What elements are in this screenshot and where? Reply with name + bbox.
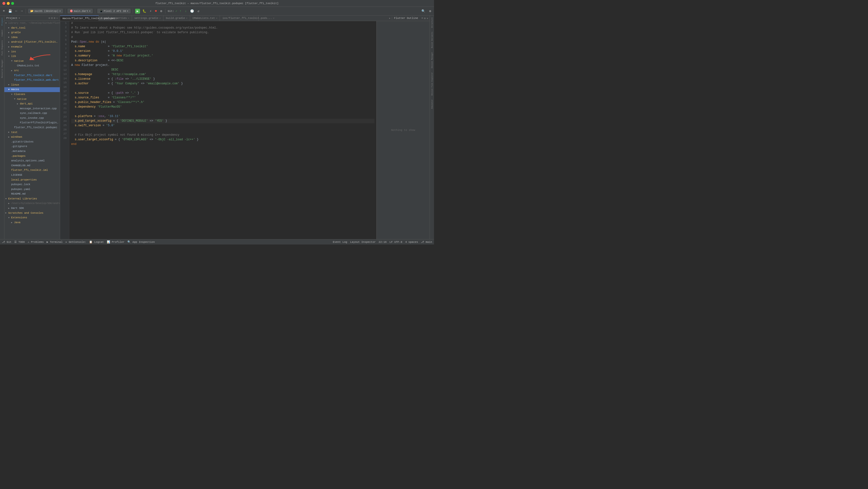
profile-button[interactable]: ⚡ [149,9,153,13]
tree-item[interactable]: ▶dart_api [4,102,60,106]
tree-item[interactable]: CMakeLists.txt [4,63,60,68]
save-icon[interactable]: 💾 [7,9,13,13]
app-inspection-status[interactable]: 🔍 App Inspection [127,240,155,243]
panel-settings-icon[interactable]: ⚙ [54,17,56,20]
tree-item[interactable]: ▼External Libraries [4,197,60,201]
tree-item[interactable]: LICENSE [4,173,60,178]
tree-item[interactable]: ▶gradle [4,30,60,35]
tree-item[interactable]: flutter_ffi_toolkit.podspec [4,125,60,130]
tree-item[interactable]: ▼flutter_ffi_toolkit library root, ~/Dev… [4,21,60,26]
tree-item[interactable]: ▼Classes [4,92,60,97]
pull-requests-icon[interactable]: Pull Requests [0,39,4,56]
tree-item[interactable]: .metadata [4,149,60,154]
todo-status[interactable]: ☰ TODO [14,240,25,243]
run-button[interactable]: ▶ [135,9,140,13]
outline-collapse-icon[interactable]: ≡ [422,17,423,20]
problems-status[interactable]: ⚠ Problems [28,240,43,243]
search-icon[interactable]: 🔍 [421,9,426,13]
tree-item[interactable]: ▶Java [4,220,60,225]
tree-item[interactable]: ▶src [4,68,60,73]
tree-item[interactable]: ▶Scratches and Consoles [4,211,60,215]
tree-item[interactable]: analysis_options.yaml [4,159,60,163]
commit-side-icon[interactable]: Commit [0,29,4,37]
git-status[interactable]: ⎇ Git [2,240,11,243]
tree-item[interactable]: FlutterFfiToolkitPlugin.swift [4,120,60,125]
tree-item[interactable]: flutter_ffi_toolkit_web.dart [4,78,60,83]
git-revert-icon[interactable]: ↺ [196,9,200,13]
tree-item[interactable]: .packages [4,154,60,159]
tree-item[interactable]: CHANGELOG.md [4,163,60,168]
tabs-more-button[interactable]: ▾ [387,17,392,20]
close-button[interactable] [2,2,5,5]
flutter-outline-toggle[interactable]: Flutter Outline [392,17,420,20]
event-log-status[interactable]: Event Log [333,241,347,243]
flutter-tools[interactable]: ⚙ [159,9,163,13]
editor-tab[interactable]: local.properties✕ [99,16,132,21]
outline-settings-icon[interactable]: ⚙ [424,17,426,20]
git-pull-icon[interactable]: ↓ [184,9,188,13]
tree-item[interactable]: ▼macos [4,87,60,92]
project-selector[interactable]: 📂 macOS (desktop) ▾ [28,9,63,13]
resource-manager-icon[interactable]: Resource Manager [0,58,4,79]
debug-button[interactable]: 🐛 [142,9,147,13]
tree-item[interactable]: ▶android [flutter_ffi_toolkit_android] [4,40,60,45]
device-manager-icon[interactable]: Device Manager [430,51,434,69]
tree-item[interactable]: sync_invoke.cpp [4,116,60,121]
encoding-status[interactable]: LF UTF-8 [390,241,402,243]
editor-tab[interactable]: settings.gradle✕ [132,16,163,21]
device-file-icon[interactable]: Device File Explorer [430,71,434,96]
code-content[interactable]: ## To learn more about a Podspec see htt… [69,21,376,239]
git-history-icon[interactable]: 🕐 [189,9,195,13]
tree-item[interactable]: .gitignore [4,144,60,149]
maximize-button[interactable] [11,2,14,5]
line-col-status[interactable]: 22:16 [378,241,386,243]
panel-more-icon[interactable]: ⋯ [56,17,58,20]
tree-item[interactable]: local.properties [4,178,60,182]
tab-close-icon[interactable]: ✕ [128,17,129,20]
settings-icon[interactable]: ⚙ [428,9,432,13]
device-selector[interactable]: 📱 Pixel 2 API 30 ▾ [97,9,130,13]
tree-item[interactable]: ▼Extensions [4,215,60,220]
editor-tab[interactable]: build.gradle✕ [163,16,190,21]
tab-close-icon[interactable]: ✕ [273,17,274,20]
menu-icon[interactable]: ≡ [2,9,6,13]
git-push-icon[interactable]: ↑ [179,9,183,13]
tab-close-icon[interactable]: ✕ [159,17,161,20]
layout-inspector-status[interactable]: Layout Inspector [350,241,376,243]
file-selector[interactable]: 🎯 main.dart ▾ [68,9,93,13]
minimize-button[interactable] [7,2,10,5]
tree-item[interactable]: pubspec.lock [4,182,60,187]
editor-tab[interactable]: CMakeLists.txt✕ [190,16,220,21]
project-side-icon[interactable]: Project [0,17,4,27]
tree-item[interactable]: ▶ios [4,50,60,54]
emulator-icon[interactable]: Emulator [430,98,434,110]
tree-item[interactable]: ▶windows [4,135,60,140]
tab-close-icon[interactable]: ✕ [216,17,217,20]
tree-item[interactable]: flutter_ffi_toolkit.dart [4,73,60,78]
tree-item[interactable]: ▶idea [4,35,60,40]
tree-item[interactable]: ▶linux [4,83,60,87]
editor-tab[interactable]: ios/flutter_ffi_toolkit.pods...✕ [220,16,259,21]
profiler-status[interactable]: 📊 Profiler [107,240,124,243]
tree-item[interactable]: flutter_ffi_toolkit.iml [4,168,60,173]
spaces-status[interactable]: 4 spaces [405,241,418,243]
tree-item[interactable]: ▶example [4,45,60,50]
logcat-status[interactable]: 📋 Logcat [89,240,104,243]
tree-item[interactable]: pubspec.yaml [4,187,60,192]
tree-item[interactable]: ▼lib [4,54,60,59]
tree-item[interactable]: ▼native [4,59,60,64]
tree-item[interactable]: ▶test [4,130,60,135]
branch-status[interactable]: ⎇ main [421,240,432,243]
outline-close-icon[interactable]: ✕ [427,17,428,20]
panel-locate-icon[interactable]: ⊙ [49,17,51,20]
terminal-status[interactable]: ▶ Terminal [46,240,62,243]
tree-item[interactable]: .gitattributes [4,140,60,144]
stop-button[interactable]: ■ [154,9,158,13]
tree-item[interactable]: ▼native [4,97,60,102]
tree-item[interactable]: sync_callback.cpp [4,111,60,116]
forward-icon[interactable]: → [20,9,24,13]
tree-item[interactable]: ▶Dart SDK [4,206,60,211]
get-console-status[interactable]: ▸ GetConsole: [66,240,87,243]
tree-item[interactable]: ▶< Android API 29 Platform > /Users/byte… [4,201,60,206]
editor-tab[interactable]: macos/flutter_ffi_toolkit.podspec✕ [60,16,99,21]
